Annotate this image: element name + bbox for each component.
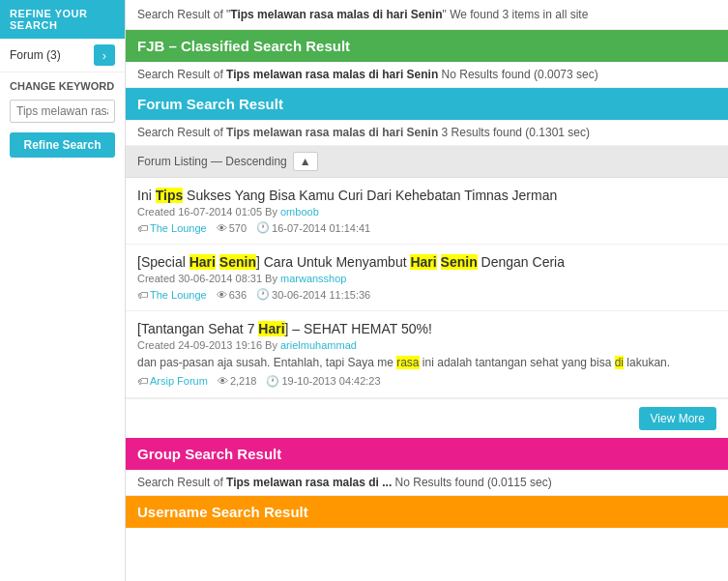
forum-item-1-title[interactable]: Ini Tips Sukses Yang Bisa Kamu Curi Dari…	[137, 188, 716, 203]
eye-icon-1: 👁	[217, 222, 227, 234]
tag-icon-1: 🏷	[137, 222, 148, 234]
views-3: 2,218	[230, 375, 257, 387]
clock-icon-3: 🕐	[266, 375, 279, 388]
forum-item-2-title[interactable]: [Special Hari Senin] Cara Untuk Menyambu…	[137, 254, 716, 270]
forum-item-1-tags: 🏷 The Lounge 👁 570 🕐 16-07-2014 01:14:41	[137, 221, 716, 234]
eye-icon-2: 👁	[217, 289, 227, 301]
view-more-button[interactable]: View More	[639, 407, 716, 430]
sidebar-header: REFINE YOUR SEARCH	[0, 0, 125, 39]
topbar-suffix: " We found 3 items in all site	[443, 8, 589, 21]
topbar-prefix: Search Result of "	[137, 8, 230, 21]
forum-item-2: [Special Hari Senin] Cara Untuk Menyambu…	[126, 245, 728, 311]
lastpost-3: 19-10-2013 04:42:23	[281, 375, 380, 387]
eye-icon-3: 👁	[218, 375, 228, 387]
forum-item-1: Ini Tips Sukses Yang Bisa Kamu Curi Dari…	[126, 178, 728, 245]
tag-icon-3: 🏷	[137, 375, 148, 387]
tag-name-3[interactable]: Arsip Forum	[150, 375, 208, 387]
sidebar-forum-label: Forum (3)	[10, 48, 61, 62]
forum-header: Forum Search Result	[126, 88, 728, 120]
keyword-input[interactable]	[10, 100, 115, 123]
view-more-bar: View More	[126, 398, 728, 438]
forum-item-3-title[interactable]: [Tantangan Sehat 7 Hari] – SEHAT HEMAT 5…	[137, 321, 716, 336]
author-link-3[interactable]: arielmuhammad	[280, 339, 357, 351]
author-link-1[interactable]: omboob	[280, 206, 319, 218]
clock-icon-1: 🕐	[256, 221, 270, 234]
author-link-2[interactable]: marwansshop	[280, 273, 346, 284]
username-header: Username Search Result	[126, 496, 728, 528]
lastpost-1: 16-07-2014 01:14:41	[272, 222, 370, 234]
forum-item-2-tags: 🏷 The Lounge 👁 636 🕐 30-06-2014 11:15:36	[137, 288, 716, 301]
sort-box[interactable]: ▲	[293, 152, 318, 171]
views-1: 570	[229, 222, 247, 234]
forum-desc: Search Result of Tips melawan rasa malas…	[126, 120, 728, 146]
forum-item-3: [Tantangan Sehat 7 Hari] – SEHAT HEMAT 5…	[126, 311, 728, 398]
forum-arrow-icon[interactable]: ›	[94, 44, 115, 66]
views-2: 636	[229, 289, 247, 301]
topbar-keyword: Tips melawan rasa malas di hari Senin	[230, 8, 442, 21]
tag-icon-2: 🏷	[137, 289, 148, 301]
forum-item-3-tags: 🏷 Arsip Forum 👁 2,218 🕐 19-10-2013 04:42…	[137, 375, 716, 388]
refine-search-button[interactable]: Refine Search	[10, 132, 115, 158]
fjb-desc: Search Result of Tips melawan rasa malas…	[126, 62, 728, 88]
forum-item-2-meta: Created 30-06-2014 08:31 By marwansshop	[137, 273, 716, 284]
sidebar-forum-row[interactable]: Forum (3) ›	[0, 39, 125, 73]
change-keyword-label: CHANGE KEYWORD	[0, 73, 125, 96]
group-desc: Search Result of Tips melawan rasa malas…	[126, 470, 728, 496]
tag-name-2[interactable]: The Lounge	[150, 289, 207, 301]
fjb-header: FJB – Classified Search Result	[126, 30, 728, 62]
forum-listing-label: Forum Listing — Descending	[137, 155, 287, 168]
forum-item-3-body: dan pas-pasan aja susah. Entahlah, tapi …	[137, 355, 716, 371]
tag-name-1[interactable]: The Lounge	[150, 222, 207, 234]
forum-item-1-meta: Created 16-07-2014 01:05 By omboob	[137, 206, 716, 218]
topbar: Search Result of "Tips melawan rasa mala…	[126, 0, 728, 30]
forum-listing-bar: Forum Listing — Descending ▲	[126, 146, 728, 178]
lastpost-2: 30-06-2014 11:15:36	[272, 289, 370, 301]
clock-icon-2: 🕐	[256, 288, 270, 301]
group-header: Group Search Result	[126, 438, 728, 470]
forum-item-3-meta: Created 24-09-2013 19:16 By arielmuhamma…	[137, 339, 716, 351]
